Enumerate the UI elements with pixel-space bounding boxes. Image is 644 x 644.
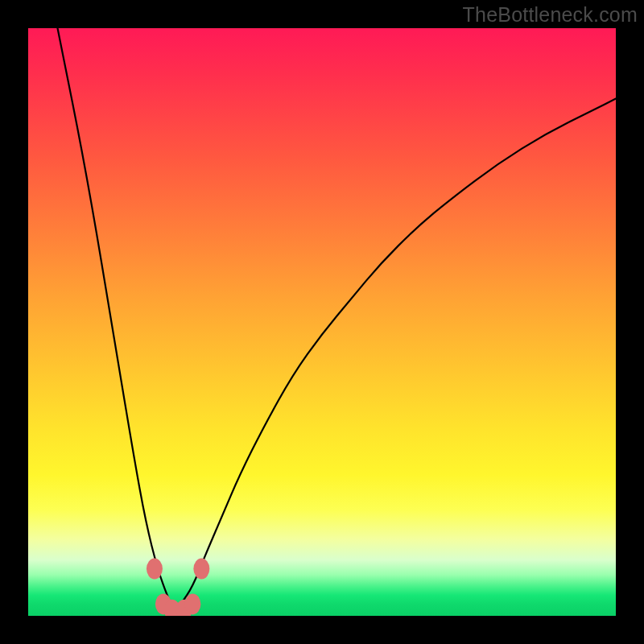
bottleneck-curve bbox=[58, 28, 617, 609]
chart-frame: TheBottleneck.com bbox=[0, 0, 644, 644]
curve-layer bbox=[28, 28, 616, 616]
minimum-markers bbox=[147, 559, 209, 616]
plot-area bbox=[28, 28, 616, 616]
curve-marker-4 bbox=[184, 593, 200, 614]
watermark-text: TheBottleneck.com bbox=[463, 3, 638, 27]
curve-marker-5 bbox=[193, 559, 209, 580]
curve-marker-0 bbox=[147, 559, 163, 580]
